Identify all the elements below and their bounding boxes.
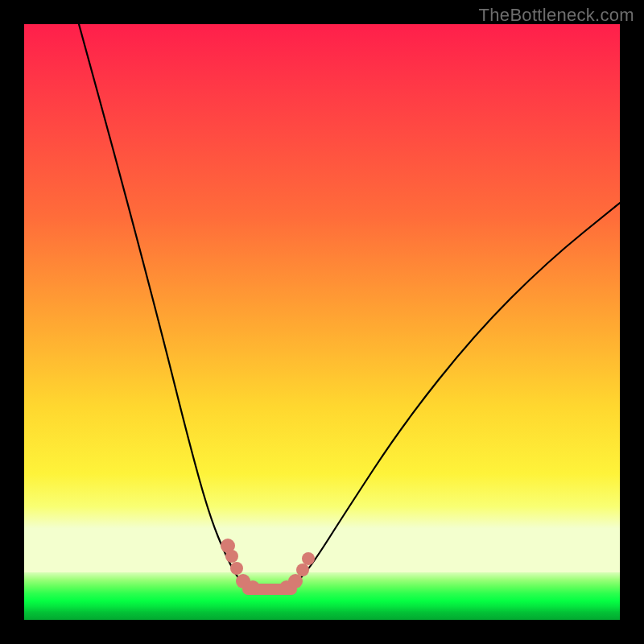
chart-stage: TheBottleneck.com [0,0,644,644]
left-markers [221,539,260,595]
left-curve [79,24,248,588]
curve-marker [246,580,260,595]
curve-marker [230,562,243,575]
curve-marker [225,550,238,563]
curve-marker [296,564,309,576]
right-curve [291,203,620,588]
curve-marker [302,552,315,565]
curve-layer [24,24,620,620]
watermark-text: TheBottleneck.com [479,5,634,26]
curve-marker [288,574,303,588]
plot-area [24,24,620,620]
right-markers [279,552,315,595]
